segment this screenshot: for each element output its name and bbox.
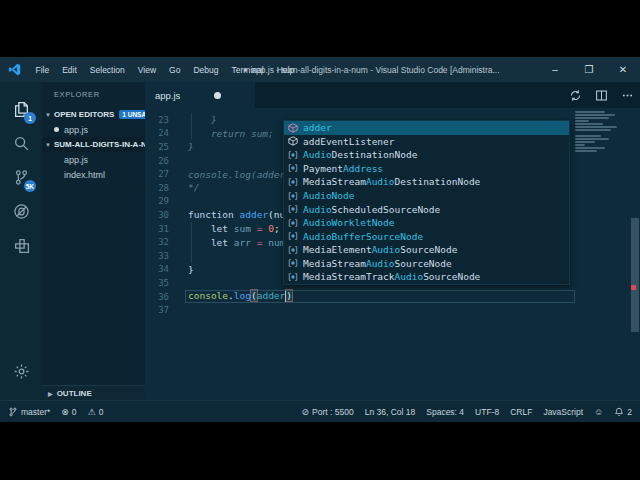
restore-button[interactable]: ❐ xyxy=(572,64,606,75)
tab-appjs[interactable]: app.js xyxy=(145,82,255,108)
class-icon xyxy=(287,204,299,215)
vscode-window: FileEditSelectionViewGoDebugTerminalHelp… xyxy=(0,57,640,422)
smiley-icon: ☺ xyxy=(594,407,603,417)
method-icon xyxy=(287,136,299,147)
window-title: ● app.js - sum-all-digits-in-a-num - Vis… xyxy=(243,57,500,82)
suggest-item[interactable]: MediaStreamAudioSourceNode xyxy=(284,256,569,270)
folder-header[interactable]: ▼ SUM-ALL-DIGITS-IN-A-NUM xyxy=(42,137,145,152)
suggest-item[interactable]: AudioDestinationNode xyxy=(284,148,569,162)
vertical-scrollbar[interactable] xyxy=(630,108,640,400)
menu-debug[interactable]: Debug xyxy=(187,65,225,75)
class-icon xyxy=(287,258,299,269)
sidebar-title: EXPLORER xyxy=(42,82,145,107)
class-icon xyxy=(287,244,299,255)
open-editors-list: app.js xyxy=(42,122,145,137)
status-2[interactable]: 2 xyxy=(614,407,632,417)
chevron-right-icon: ▶ xyxy=(48,390,53,397)
menu-file[interactable]: File xyxy=(29,65,56,75)
class-icon xyxy=(287,231,299,242)
method-icon xyxy=(287,122,299,133)
dirty-dot xyxy=(54,127,59,132)
status-master-[interactable]: master* xyxy=(8,407,50,417)
open-editor-item[interactable]: app.js xyxy=(42,122,145,137)
status-port-5500[interactable]: ⊘Port : 5500 xyxy=(302,407,354,417)
more-actions-icon[interactable] xyxy=(621,89,634,102)
suggest-item[interactable]: MediaStreamTrackAudioSourceNode xyxy=(284,270,569,284)
suggest-item[interactable]: PaymentAddress xyxy=(284,162,569,176)
error-overview-marker xyxy=(631,285,636,290)
minimap-line xyxy=(575,111,605,113)
suggest-item[interactable]: AudioWorkletNode xyxy=(284,216,569,230)
menu-view[interactable]: View xyxy=(131,65,162,75)
error-icon: ⊗ xyxy=(61,407,69,417)
status-spaces-4[interactable]: Spaces: 4 xyxy=(426,407,464,417)
minimap[interactable] xyxy=(573,108,628,400)
status-right: ⊘Port : 5500Ln 36, Col 18Spaces: 4UTF-8C… xyxy=(291,407,632,417)
suggest-item[interactable]: adder xyxy=(284,121,569,135)
git-branch-icon xyxy=(8,407,18,417)
explorer-badge: 1 xyxy=(24,112,36,124)
class-icon xyxy=(287,163,299,174)
outline-section[interactable]: ▶ OUTLINE xyxy=(42,385,145,400)
code-editor[interactable]: 23 }24 return sum;25}2627console.log(add… xyxy=(145,108,640,400)
status-0[interactable]: ⊗0 xyxy=(61,407,76,417)
minimap-line xyxy=(575,123,603,125)
unsaved-badge: 1 UNSAVED xyxy=(119,110,145,119)
suggest-item[interactable]: AudioNode xyxy=(284,189,569,203)
status-utf-8[interactable]: UTF-8 xyxy=(475,407,499,417)
minimap-line xyxy=(575,147,605,149)
status-javascript[interactable]: JavaScript xyxy=(543,407,583,417)
status-0[interactable]: ⚠0 xyxy=(88,407,104,417)
refresh-icon[interactable] xyxy=(569,89,582,102)
code-line-37: 37 xyxy=(145,303,640,317)
vscode-logo-icon xyxy=(8,63,21,76)
suggest-item[interactable]: AudioBufferSourceNode xyxy=(284,229,569,243)
minimap-line xyxy=(575,135,601,137)
file-item-index.html[interactable]: index.html xyxy=(42,167,145,182)
screen: FileEditSelectionViewGoDebugTerminalHelp… xyxy=(0,0,640,480)
class-icon xyxy=(287,271,299,282)
main-area: 1 5K xyxy=(0,82,640,400)
open-editors-header[interactable]: ▼ OPEN EDITORS 1 UNSAVED xyxy=(42,107,145,122)
editor-group: app.js xyxy=(145,82,640,400)
explorer-icon[interactable]: 1 xyxy=(0,92,42,126)
settings-gear-icon[interactable] xyxy=(0,354,42,388)
minimap-line xyxy=(575,141,595,143)
chevron-down-icon: ▼ xyxy=(45,142,51,148)
minimap-line xyxy=(575,138,609,140)
title-dirty-dot: ● xyxy=(243,66,247,73)
suggest-item[interactable]: MediaStreamAudioDestinationNode xyxy=(284,175,569,189)
status-smiley[interactable]: ☺ xyxy=(594,407,603,417)
extensions-icon[interactable] xyxy=(0,228,42,262)
folder-label: SUM-ALL-DIGITS-IN-A-NUM xyxy=(54,140,145,149)
minimap-line xyxy=(575,120,589,122)
close-button[interactable]: ✕ xyxy=(606,64,640,75)
chevron-down-icon: ▼ xyxy=(45,112,51,118)
status-left: master*⊗0⚠0 xyxy=(8,407,114,417)
suggest-item[interactable]: AudioScheduledSourceNode xyxy=(284,202,569,216)
autocomplete-dropdown[interactable]: adderaddEventListenerAudioDestinationNod… xyxy=(283,120,570,285)
minimap-line xyxy=(575,144,585,146)
class-icon xyxy=(287,149,299,160)
menu-selection[interactable]: Selection xyxy=(83,65,131,75)
tab-dirty-dot xyxy=(214,92,221,99)
minimap-line xyxy=(575,129,611,131)
source-control-icon[interactable]: 5K xyxy=(0,160,42,194)
source-control-badge: 5K xyxy=(24,180,36,192)
status-crlf[interactable]: CRLF xyxy=(510,407,532,417)
search-icon[interactable] xyxy=(0,126,42,160)
suggest-item[interactable]: MediaElementAudioSourceNode xyxy=(284,243,569,257)
split-editor-icon[interactable] xyxy=(595,89,608,102)
menu-edit[interactable]: Edit xyxy=(56,65,84,75)
suggest-item[interactable]: addEventListener xyxy=(284,135,569,149)
file-item-app.js[interactable]: app.js xyxy=(42,152,145,167)
debug-icon[interactable] xyxy=(0,194,42,228)
status-ln-36-col-18[interactable]: Ln 36, Col 18 xyxy=(365,407,416,417)
folder-file-list: app.jsindex.html xyxy=(42,152,145,182)
class-icon xyxy=(287,176,299,187)
outline-label: OUTLINE xyxy=(57,389,92,398)
class-icon xyxy=(287,190,299,201)
menu-go[interactable]: Go xyxy=(163,65,187,75)
minimize-button[interactable]: – xyxy=(538,64,572,75)
scrollbar-thumb[interactable] xyxy=(631,218,639,332)
